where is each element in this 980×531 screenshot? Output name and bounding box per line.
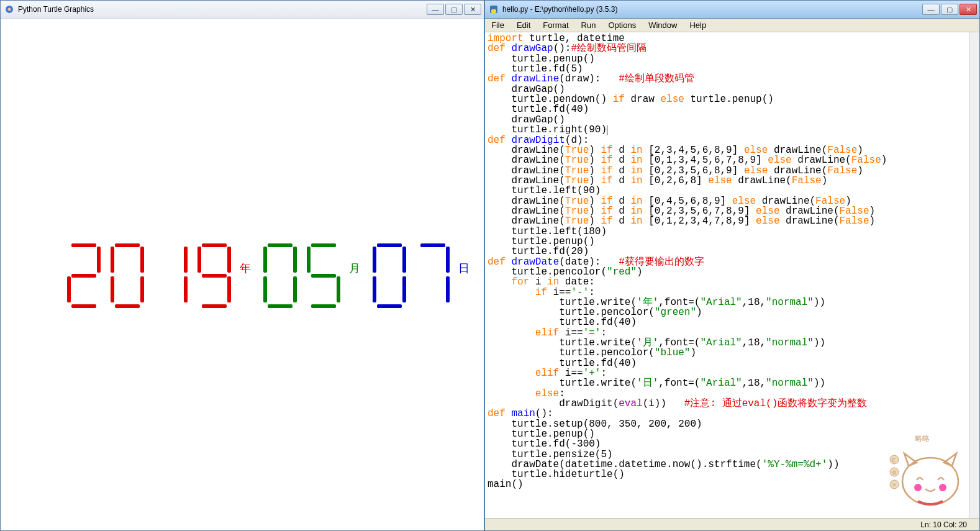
- menu-run[interactable]: Run: [575, 19, 602, 31]
- code-line: drawLine(True) if d in [2,3,4,5,6,8,9] e…: [488, 145, 966, 155]
- code-line: def drawLine(draw): #绘制单段数码管: [488, 74, 966, 84]
- seven-segment-date: 年月日: [66, 243, 477, 308]
- label-year: 年: [240, 261, 251, 276]
- svg-text:E: E: [892, 457, 896, 463]
- menu-file[interactable]: File: [485, 19, 510, 31]
- code-line: def drawGap():#绘制数码管间隔: [488, 43, 966, 53]
- turtle-titlebar[interactable]: Python Turtle Graphics — ▢ ✕: [1, 1, 484, 19]
- code-line: drawLine(True) if d in [0,2,6,8] else dr…: [488, 176, 966, 186]
- code-line: drawLine(True) if d in [0,2,3,5,6,8,9] e…: [488, 166, 966, 176]
- digit-7: [415, 243, 451, 308]
- code-line: drawLine(True) if d in [0,1,2,3,4,7,8,9]…: [488, 216, 966, 226]
- code-line: turtle.pendown() if draw else turtle.pen…: [488, 94, 966, 104]
- menu-help[interactable]: Help: [683, 19, 712, 31]
- code-line: turtle.penup(): [488, 237, 966, 247]
- code-line: turtle.right(90): [488, 125, 966, 135]
- sticker-text: 略略: [915, 434, 930, 443]
- minimize-button[interactable]: —: [922, 4, 940, 15]
- code-line: turtle.write('日',font=("Arial",18,"norma…: [488, 378, 966, 388]
- vertical-scrollbar[interactable]: [969, 32, 979, 518]
- idle-titlebar[interactable]: hello.py - E:\python\hello.py (3.5.3) — …: [485, 1, 979, 19]
- digit-0: [371, 243, 407, 308]
- code-line: def main():: [488, 409, 966, 419]
- code-line: turtle.penup(): [488, 54, 966, 64]
- menu-edit[interactable]: Edit: [510, 19, 537, 31]
- code-line: turtle.pencolor("red"): [488, 267, 966, 277]
- code-line: turtle.pencolor("green"): [488, 307, 966, 317]
- code-line: turtle.fd(20): [488, 247, 966, 256]
- turtle-title: Python Turtle Graphics: [18, 5, 427, 14]
- code-line: drawLine(True) if d in [0,4,5,6,8,9] els…: [488, 196, 966, 206]
- turtle-app-icon: [4, 4, 14, 14]
- svg-point-5: [939, 484, 946, 491]
- idle-title: hello.py - E:\python\hello.py (3.5.3): [502, 5, 922, 14]
- digit-5: [306, 243, 342, 308]
- minimize-button[interactable]: —: [427, 4, 444, 15]
- turtle-window: Python Turtle Graphics — ▢ ✕ 年月日: [0, 0, 484, 531]
- label-day: 日: [458, 261, 470, 276]
- code-line: for i in date:: [488, 277, 966, 287]
- code-line: turtle.setup(800, 350, 200, 200): [488, 419, 966, 429]
- idle-window-buttons: — ▢ ✕: [922, 4, 977, 15]
- svg-text:✕: ✕: [892, 482, 897, 488]
- maximize-button[interactable]: ▢: [941, 4, 958, 15]
- code-line: turtle.write('月',font=("Arial",18,"norma…: [488, 338, 966, 348]
- turtle-canvas: 年月日: [1, 19, 484, 530]
- code-line: turtle.left(180): [488, 227, 966, 237]
- code-line: turtle.write('年',font=("Arial",18,"norma…: [488, 297, 966, 307]
- svg-point-4: [914, 484, 922, 491]
- code-line: def drawDate(date): #获得要输出的数字: [488, 257, 966, 267]
- code-line: turtle.fd(40): [488, 317, 966, 327]
- digit-1: [153, 243, 189, 308]
- code-line: drawGap(): [488, 84, 966, 94]
- maximize-button[interactable]: ▢: [445, 4, 463, 15]
- label-month: 月: [349, 261, 360, 276]
- digit-2: [66, 243, 102, 308]
- turtle-window-buttons: — ▢ ✕: [427, 4, 481, 15]
- idle-app-icon: [489, 4, 499, 14]
- code-line: elif i=='+':: [488, 368, 966, 378]
- close-button[interactable]: ✕: [464, 4, 481, 15]
- digit-0: [262, 243, 298, 308]
- code-line: else:: [488, 389, 966, 399]
- menu-format[interactable]: Format: [537, 19, 574, 31]
- svg-text:⚙: ⚙: [892, 470, 897, 476]
- code-line: turtle.fd(5): [488, 64, 966, 74]
- idle-window: hello.py - E:\python\hello.py (3.5.3) — …: [484, 0, 980, 531]
- svg-rect-2: [491, 9, 496, 13]
- idle-menubar: FileEditFormatRunOptionsWindowHelp: [485, 19, 979, 32]
- code-line: turtle.fd(40): [488, 104, 966, 114]
- idle-statusbar: Ln: 10 Col: 20: [485, 518, 979, 530]
- code-line: if i=='-':: [488, 288, 966, 297]
- code-line: turtle.left(90): [488, 186, 966, 196]
- menu-window[interactable]: Window: [642, 19, 683, 31]
- digit-9: [196, 243, 232, 308]
- code-line: turtle.pencolor("blue"): [488, 348, 966, 358]
- menu-options[interactable]: Options: [602, 19, 642, 31]
- cat-sticker: 略略 E ⚙ ✕: [887, 432, 968, 512]
- code-line: drawLine(True) if d in [0,1,3,4,5,6,7,8,…: [488, 155, 966, 165]
- digit-0: [109, 243, 145, 308]
- code-line: elif i=='=':: [488, 328, 966, 338]
- code-line: import turtle, datetime: [488, 34, 966, 43]
- code-line: drawLine(True) if d in [0,2,3,5,6,7,8,9]…: [488, 206, 966, 216]
- code-line: drawDigit(eval(i)) #注意: 通过eval()函数将数字变为整…: [488, 399, 966, 409]
- cursor-position: Ln: 10 Col: 20: [920, 520, 967, 529]
- code-line: turtle.fd(40): [488, 358, 966, 368]
- close-button[interactable]: ✕: [960, 4, 977, 15]
- code-line: def drawDigit(d):: [488, 135, 966, 145]
- code-line: drawGap(): [488, 115, 966, 125]
